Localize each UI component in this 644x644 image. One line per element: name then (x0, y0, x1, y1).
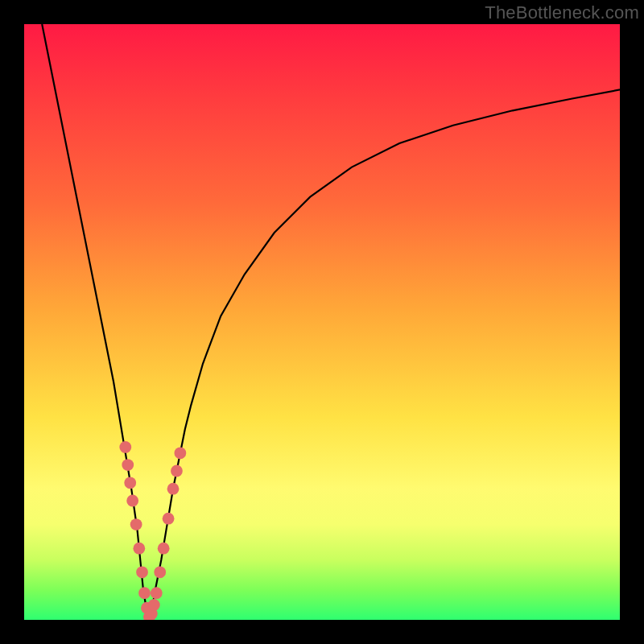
curve-marker (148, 599, 160, 611)
curve-marker (174, 447, 186, 459)
watermark-text: TheBottleneck.com (485, 2, 639, 23)
curve-markers (119, 441, 186, 620)
plot-area (24, 24, 620, 620)
curve-marker (171, 465, 183, 477)
chart-svg (24, 24, 620, 620)
curve-marker (130, 518, 142, 530)
curve-marker (167, 483, 180, 495)
curve-marker (136, 566, 148, 578)
curve-marker (126, 495, 138, 507)
curve-marker (138, 587, 151, 599)
curve-marker (154, 566, 166, 578)
curve-marker (119, 441, 131, 453)
outer-frame: TheBottleneck.com (0, 0, 644, 644)
curve-marker (158, 543, 170, 555)
bottleneck-curve (42, 24, 620, 620)
curve-marker (151, 587, 163, 599)
curve-marker (133, 543, 145, 555)
curve-marker (124, 477, 136, 489)
curve-marker (163, 513, 175, 525)
curve-marker (122, 459, 134, 471)
